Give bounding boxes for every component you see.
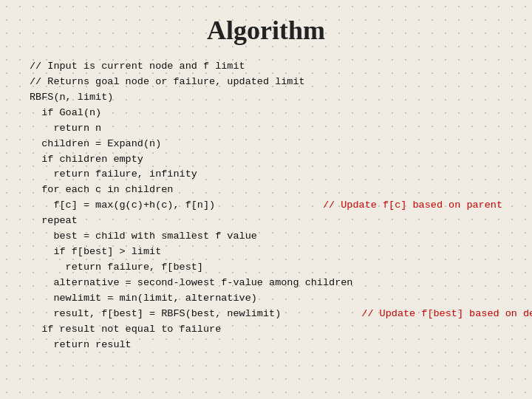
code-text: f[c] = max(g(c)+h(c), f[n]) (30, 198, 215, 214)
code-line: return failure, infinity (30, 167, 502, 183)
page-title: Algorithm (30, 15, 502, 46)
code-line: // Input is current node and f limit (30, 59, 502, 75)
code-text: if children empty (30, 152, 143, 168)
code-text: result, f[best] = RBFS(best, newlimit) (30, 307, 281, 322)
code-line: children = Expand(n) (30, 137, 502, 152)
code-text: for each c in children (30, 183, 173, 198)
code-comment: // Update f[best] based on descendant (301, 307, 532, 322)
code-line: if f[best] > limit (30, 245, 502, 260)
code-text: if f[best] > limit (30, 245, 161, 260)
code-text: // Input is current node and f limit (30, 59, 245, 75)
code-text: return n (30, 121, 101, 137)
code-line: return result (30, 338, 502, 353)
code-line: RBFS(n, limit) (30, 90, 502, 106)
code-text: RBFS(n, limit) (30, 90, 113, 106)
code-comment: // Update f[c] based on parent (263, 198, 502, 214)
code-line: for each c in children (30, 183, 502, 198)
code-line: result, f[best] = RBFS(best, newlimit) /… (30, 307, 502, 322)
code-line: if children empty (30, 152, 502, 168)
code-line: if Goal(n) (30, 106, 502, 121)
code-line: // Returns goal node or failure, updated… (30, 75, 502, 90)
code-line: alternative = second-lowest f-value amon… (30, 276, 502, 291)
code-line: return failure, f[best] (30, 260, 502, 276)
page: Algorithm // Input is current node and f… (0, 0, 532, 399)
code-line: if result not equal to failure (30, 322, 502, 338)
code-text: if result not equal to failure (30, 322, 221, 338)
code-text: newlimit = min(limit, alternative) (30, 291, 257, 307)
code-block: // Input is current node and f limit// R… (30, 59, 502, 353)
code-line: repeat (30, 214, 502, 229)
code-text: children = Expand(n) (30, 137, 161, 152)
code-line: best = child with smallest f value (30, 229, 502, 245)
code-line: newlimit = min(limit, alternative) (30, 291, 502, 307)
code-text: // Returns goal node or failure, updated… (30, 75, 305, 90)
code-text: if Goal(n) (30, 106, 101, 121)
code-text: return result (30, 338, 132, 353)
code-line: f[c] = max(g(c)+h(c), f[n]) // Update f[… (30, 198, 502, 214)
code-text: alternative = second-lowest f-value amon… (30, 276, 352, 291)
code-text: repeat (30, 214, 78, 229)
code-text: return failure, infinity (30, 167, 197, 183)
code-text: best = child with smallest f value (30, 229, 257, 245)
code-line: return n (30, 121, 502, 137)
code-text: return failure, f[best] (30, 260, 203, 276)
